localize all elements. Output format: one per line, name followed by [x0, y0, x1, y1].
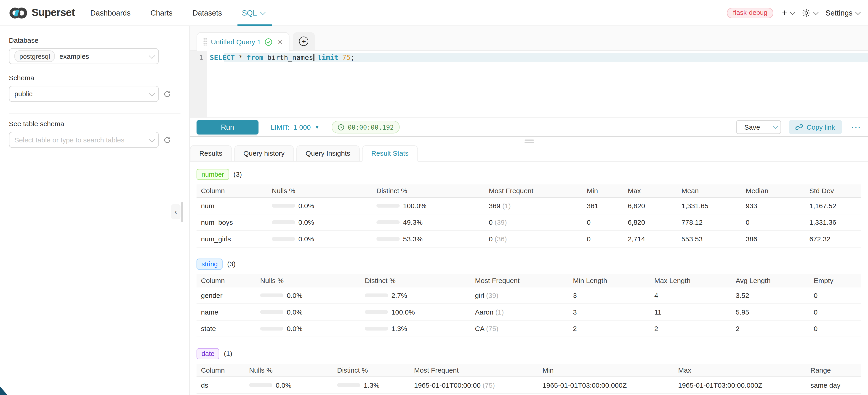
top-navbar: Superset Dashboards Charts Datasets SQL … — [0, 0, 868, 26]
settings-menu[interactable]: Settings — [826, 9, 859, 17]
clock-icon — [338, 124, 344, 130]
table-row: gender 0.0% 2.7% girl (39) 34 3.520 — [196, 287, 861, 304]
main-nav: Dashboards Charts Datasets SQL — [90, 0, 264, 26]
superset-sql-lab: Superset Dashboards Charts Datasets SQL … — [0, 0, 868, 395]
sql-star: * — [239, 53, 243, 61]
save-options-button[interactable] — [768, 121, 781, 133]
type-count: (3) — [233, 171, 242, 178]
sql-lab-sidebar: Database postgresql examples Schema publ… — [0, 26, 190, 395]
schema-select[interactable]: public — [9, 86, 159, 102]
results-tabbar: Results Query history Query Insights Res… — [190, 145, 868, 162]
number-stats-section: number (3) ColumnNulls % Distinct %Most … — [196, 169, 861, 248]
tab-query-history[interactable]: Query history — [234, 145, 294, 162]
copy-link-button[interactable]: Copy link — [789, 120, 842, 134]
nav-item-dashboards[interactable]: Dashboards — [90, 0, 130, 26]
sidebar-divider — [9, 113, 181, 113]
chevron-left-icon: ‹ — [175, 208, 177, 216]
editor-toolbar: Run LIMIT: 1 000 ▼ 00:00:00.192 — [190, 118, 868, 136]
nav-item-charts[interactable]: Charts — [151, 0, 173, 26]
sql-statement: SELECT*frombirth_nameslimit75; — [207, 53, 868, 62]
add-query-tab-button[interactable]: + — [293, 32, 315, 50]
tab-query-insights[interactable]: Query Insights — [296, 145, 360, 162]
query-elapsed-timer: 00:00:00.192 — [332, 121, 400, 133]
table-schema-label: See table schema — [9, 120, 181, 128]
tab-result-stats[interactable]: Result Stats — [362, 145, 418, 162]
new-item-button[interactable]: + — [782, 8, 794, 18]
copy-link-label: Copy link — [807, 123, 835, 131]
type-badge-string: string — [196, 259, 223, 270]
environment-tag: flask-debug — [727, 7, 774, 18]
sql-semicolon: ; — [350, 53, 355, 61]
close-tab-icon[interactable]: ✕ — [276, 38, 283, 46]
table-row: num_girls 0.0% 53.3% 0 (36) 02,714 553.5… — [196, 231, 861, 248]
caret-down-icon: ▼ — [315, 124, 320, 130]
save-split-button: Save — [736, 120, 781, 134]
table-header-row: ColumnNulls % Distinct %Most Frequent Mi… — [196, 364, 861, 377]
table-select-placeholder: Select table or type to search tables — [14, 136, 124, 144]
query-tab-untitled-query-1[interactable]: Untitled Query 1 ✕ — [196, 32, 289, 51]
sql-code-editor[interactable]: 1 SELECT*frombirth_nameslimit75; — [190, 51, 868, 118]
refresh-schema-icon[interactable] — [163, 90, 171, 98]
table-row: ds 0.0% 1.3% 1965-01-01T00:00:00 (75) 19… — [196, 377, 861, 394]
add-tab-icon: + — [299, 37, 309, 46]
sun-icon — [802, 9, 810, 17]
type-badge-date: date — [196, 348, 219, 359]
string-stats-table: ColumnNulls % Distinct %Most Frequent Mi… — [196, 274, 861, 337]
schema-value: public — [14, 90, 32, 98]
toolbar-right: Save Copy link ··· — [736, 120, 861, 134]
query-tab-title: Untitled Query 1 — [211, 38, 261, 46]
refresh-tables-icon[interactable] — [163, 136, 171, 144]
table-row: name 0.0% 100.0% Aaron (1) 311 5.950 — [196, 304, 861, 321]
chevron-down-icon — [813, 9, 819, 14]
theme-toggle-button[interactable] — [802, 9, 817, 17]
chevron-down-icon — [260, 9, 266, 14]
check-circle-icon — [265, 38, 273, 46]
type-badge-number: number — [196, 169, 229, 180]
date-stats-section: date (1) ColumnNulls % Distinct %Most Fr… — [196, 348, 861, 394]
table-row: num_boys 0.0% 49.3% 0 (39) 06,820 778.12… — [196, 214, 861, 231]
run-query-button[interactable]: Run — [196, 120, 258, 134]
link-icon — [796, 123, 803, 130]
plus-icon: + — [782, 8, 787, 18]
number-stats-table: ColumnNulls % Distinct %Most Frequent Mi… — [196, 184, 861, 248]
query-tabstrip: Untitled Query 1 ✕ + — [190, 26, 868, 51]
type-count: (3) — [227, 260, 236, 268]
sql-editor-pane: Untitled Query 1 ✕ + 1 — [190, 26, 868, 395]
type-count: (1) — [224, 350, 232, 358]
nav-item-sql[interactable]: SQL — [242, 0, 264, 26]
superset-infinity-icon — [9, 6, 28, 19]
chevron-down-icon — [149, 90, 155, 96]
collapse-sidebar-button[interactable]: ‹ — [171, 204, 180, 219]
database-label: Database — [9, 37, 181, 44]
chevron-down-icon — [855, 9, 861, 14]
database-engine-tag: postgresql — [14, 50, 55, 62]
table-header-row: ColumnNulls % Distinct %Most Frequent Mi… — [196, 274, 861, 287]
superset-logo[interactable]: Superset — [9, 6, 75, 19]
text-cursor — [313, 54, 314, 61]
tab-results[interactable]: Results — [190, 145, 232, 162]
limit-value: 1 000 — [293, 123, 311, 131]
more-actions-button[interactable]: ··· — [852, 123, 861, 131]
sql-keyword: SELECT — [210, 53, 235, 61]
table-select[interactable]: Select table or type to search tables — [9, 132, 159, 148]
sql-keyword: limit — [317, 53, 338, 61]
drag-handle-icon[interactable] — [203, 38, 207, 46]
nav-item-datasets[interactable]: Datasets — [192, 0, 222, 26]
chevron-down-icon — [149, 136, 155, 142]
workspace: Database postgresql examples Schema publ… — [0, 26, 868, 395]
sql-keyword: from — [247, 53, 264, 61]
limit-dropdown[interactable]: LIMIT: 1 000 ▼ — [271, 123, 319, 131]
pane-resize-handle[interactable] — [524, 139, 534, 144]
chevron-down-icon — [149, 52, 155, 59]
editor-code-area[interactable]: SELECT*frombirth_nameslimit75; — [207, 51, 868, 118]
results-drag-zone — [190, 137, 868, 145]
database-select[interactable]: postgresql examples — [9, 48, 159, 64]
result-stats-panel: number (3) ColumnNulls % Distinct %Most … — [190, 162, 868, 395]
sidebar-resize-handle[interactable] — [181, 202, 183, 222]
line-number: 1 — [190, 53, 203, 62]
table-header-row: ColumnNulls % Distinct %Most Frequent Mi… — [196, 184, 861, 198]
save-button[interactable]: Save — [737, 121, 768, 133]
editor-gutter: 1 — [190, 51, 207, 118]
date-stats-table: ColumnNulls % Distinct %Most Frequent Mi… — [196, 364, 861, 394]
mouse-cursor — [0, 386, 8, 395]
